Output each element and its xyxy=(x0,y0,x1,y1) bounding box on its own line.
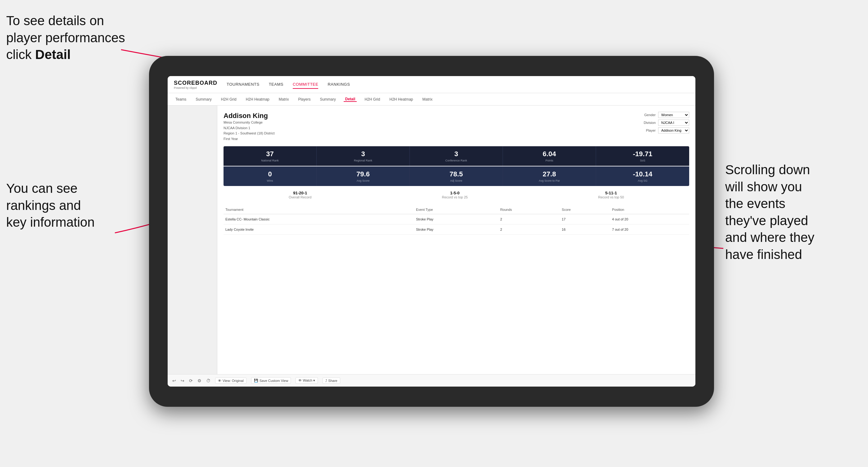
subnav-summary2[interactable]: Summary xyxy=(318,97,337,101)
logo-sub: Powered by clippd xyxy=(174,86,217,89)
player-year: First Year xyxy=(223,136,274,142)
stat-cell: 27.8Avg Score to Par xyxy=(503,166,596,186)
nav-rankings[interactable]: RANKINGS xyxy=(328,81,350,89)
cell-position: 7 out of 20 xyxy=(610,224,689,235)
stat-cell: -19.71SoS xyxy=(596,146,689,166)
stats-row-2: 0Wins79.6Avg Score78.5Adj Score27.8Avg S… xyxy=(223,166,689,186)
subnav-teams[interactable]: Teams xyxy=(174,97,188,101)
division-select[interactable]: NJCAA I NJCAA II xyxy=(658,120,689,126)
cell-event-type: Stroke Play xyxy=(414,214,498,224)
subnav-players[interactable]: Players xyxy=(297,97,312,101)
content-area: Addison King Mesa Community College NJCA… xyxy=(168,105,695,374)
subnav-h2h-grid[interactable]: H2H Grid xyxy=(219,97,238,101)
subnav-matrix[interactable]: Matrix xyxy=(277,97,290,101)
stat-cell: 0Wins xyxy=(223,166,317,186)
watch-btn[interactable]: 👁 Watch ▾ xyxy=(296,377,318,384)
division-label: Division xyxy=(644,121,656,125)
col-position: Position xyxy=(610,205,689,214)
col-event-type: Event Type xyxy=(414,205,498,214)
table-header-row: Tournament Event Type Rounds Score Posit… xyxy=(223,205,689,214)
subnav-h2h-heatmap2[interactable]: H2H Heatmap xyxy=(388,97,414,101)
subnav: Teams Summary H2H Grid H2H Heatmap Matri… xyxy=(168,93,695,105)
save-icon: 💾 xyxy=(254,378,258,382)
cell-event-type: Stroke Play xyxy=(414,224,498,235)
stat-cell: -10.14Avg SG xyxy=(596,166,689,186)
nav-committee[interactable]: COMMITTEE xyxy=(293,81,318,89)
tablet: SCOREBOARD Powered by clippd TOURNAMENTS… xyxy=(149,56,714,407)
record-item: 5-11-1Record vs top 50 xyxy=(598,191,624,199)
player-header: Addison King Mesa Community College NJCA… xyxy=(223,112,689,142)
filter-division: Division NJCAA I NJCAA II xyxy=(644,120,689,126)
player-select[interactable]: Addison King xyxy=(658,127,689,133)
nav-items: TOURNAMENTS TEAMS COMMITTEE RANKINGS xyxy=(227,81,350,89)
refresh-icon[interactable]: ⟳ xyxy=(189,378,193,383)
stat-cell: 37National Rank xyxy=(223,146,317,166)
stats-row-1: 37National Rank3Regional Rank3Conference… xyxy=(223,146,689,166)
timer-icon[interactable]: ⏱ xyxy=(206,378,211,383)
left-sidebar xyxy=(168,105,217,374)
cell-rounds: 2 xyxy=(498,224,560,235)
table-row: Lady Coyote Invite Stroke Play 2 16 7 ou… xyxy=(223,224,689,235)
table-body: Estella CC- Mountain Classic Stroke Play… xyxy=(223,214,689,235)
logo-text: SCOREBOARD xyxy=(174,80,217,86)
annotation-right: Scrolling down will show you the events … xyxy=(725,161,862,263)
player-filters: Gender Women Men Division NJCAA I NJCAA … xyxy=(644,112,689,142)
events-table: Tournament Event Type Rounds Score Posit… xyxy=(223,205,689,235)
stat-cell: 79.6Avg Score xyxy=(317,166,410,186)
col-tournament: Tournament xyxy=(223,205,414,214)
player-school: Mesa Community College xyxy=(223,120,274,125)
filter-gender: Gender Women Men xyxy=(644,112,689,118)
cell-tournament: Lady Coyote Invite xyxy=(223,224,414,235)
save-custom-view-btn[interactable]: 💾 Save Custom View xyxy=(251,377,291,384)
cell-score: 16 xyxy=(560,224,610,235)
records-row: 91-20-1Overall Record1-5-0Record vs top … xyxy=(223,191,689,199)
subnav-summary[interactable]: Summary xyxy=(194,97,213,101)
cell-score: 17 xyxy=(560,214,610,224)
bottom-toolbar: ↩ ↪ ⟳ ⚙ ⏱ 👁 View: Original 💾 Save Custom… xyxy=(168,374,695,386)
undo-icon[interactable]: ↩ xyxy=(172,378,176,383)
table-row: Estella CC- Mountain Classic Stroke Play… xyxy=(223,214,689,224)
tablet-screen: SCOREBOARD Powered by clippd TOURNAMENTS… xyxy=(168,76,695,386)
view-icon: 👁 xyxy=(218,379,221,382)
view-original-btn[interactable]: 👁 View: Original xyxy=(215,378,247,384)
scoreboard-logo: SCOREBOARD Powered by clippd xyxy=(174,80,217,89)
nav-tournaments[interactable]: TOURNAMENTS xyxy=(227,81,259,89)
col-rounds: Rounds xyxy=(498,205,560,214)
record-item: 91-20-1Overall Record xyxy=(289,191,311,199)
subnav-detail[interactable]: Detail xyxy=(344,97,357,102)
table-header: Tournament Event Type Rounds Score Posit… xyxy=(223,205,689,214)
annotation-top-left: To see details on player performances cl… xyxy=(6,12,136,63)
redo-icon[interactable]: ↪ xyxy=(181,378,184,383)
subnav-h2h-heatmap[interactable]: H2H Heatmap xyxy=(244,97,271,101)
player-label: Player xyxy=(646,129,656,132)
stat-cell: 3Regional Rank xyxy=(317,146,410,166)
player-division: NJCAA Division 1 xyxy=(223,125,274,131)
nav-teams[interactable]: TEAMS xyxy=(269,81,283,89)
cell-rounds: 2 xyxy=(498,214,560,224)
stat-cell: 6.04Points xyxy=(503,146,596,166)
record-item: 1-5-0Record vs top 25 xyxy=(442,191,468,199)
gender-select[interactable]: Women Men xyxy=(658,112,689,118)
gender-label: Gender xyxy=(644,113,656,117)
filter-player: Player Addison King xyxy=(646,127,689,133)
subnav-h2h-grid2[interactable]: H2H Grid xyxy=(363,97,381,101)
subnav-matrix2[interactable]: Matrix xyxy=(421,97,434,101)
stat-cell: 78.5Adj Score xyxy=(410,166,503,186)
cell-tournament: Estella CC- Mountain Classic xyxy=(223,214,414,224)
annotation-bottom-left: You can see rankings and key information xyxy=(6,180,124,231)
player-region: Region 1 - Southwest (18) District xyxy=(223,131,274,136)
share-btn[interactable]: ⤴ Share xyxy=(322,378,340,384)
col-score: Score xyxy=(560,205,610,214)
player-name: Addison King xyxy=(223,112,274,120)
navbar: SCOREBOARD Powered by clippd TOURNAMENTS… xyxy=(168,76,695,93)
stat-cell: 3Conference Rank xyxy=(410,146,503,166)
main-content: Addison King Mesa Community College NJCA… xyxy=(217,105,695,374)
cell-position: 4 out of 20 xyxy=(610,214,689,224)
player-info: Addison King Mesa Community College NJCA… xyxy=(223,112,274,142)
settings-icon[interactable]: ⚙ xyxy=(197,378,202,383)
